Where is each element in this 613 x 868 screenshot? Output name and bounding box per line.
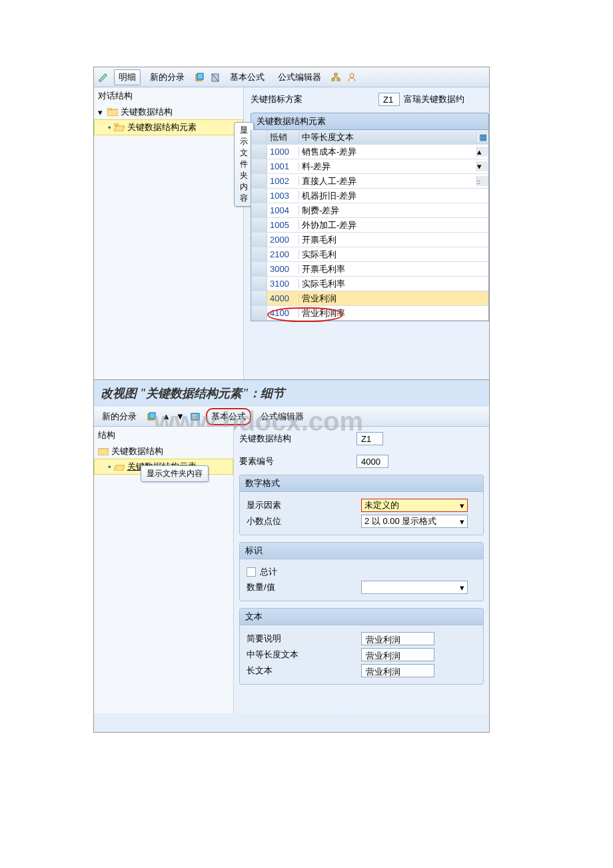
up-arrow-icon[interactable]: ▲ xyxy=(162,411,171,421)
config-icon[interactable]: ▦ xyxy=(476,132,488,142)
long-text-input[interactable]: 营业利润 xyxy=(361,664,434,677)
row-selector[interactable] xyxy=(251,174,267,188)
row-selector[interactable] xyxy=(251,247,267,261)
svg-rect-13 xyxy=(149,413,155,419)
group-header: 文本 xyxy=(240,609,483,625)
cell-text: 营业利润率 xyxy=(299,307,476,319)
copy-icon[interactable] xyxy=(146,411,157,422)
table-row[interactable]: 4100营业利润率 xyxy=(251,306,488,321)
down-arrow-icon[interactable]: ▼ xyxy=(176,411,185,421)
row-selector[interactable] xyxy=(251,262,267,276)
table-row[interactable]: 1003机器折旧-差异 xyxy=(251,189,488,203)
svg-marker-17 xyxy=(114,465,125,471)
nav-icon[interactable] xyxy=(190,411,201,422)
cell-code: 1004 xyxy=(267,205,299,215)
cell-code: 1005 xyxy=(267,220,299,230)
cell-text: 实际毛利率 xyxy=(299,278,476,290)
table-row[interactable]: 2100实际毛利 xyxy=(251,247,488,262)
svg-marker-10 xyxy=(114,126,125,131)
new-entry-button[interactable]: 新的分录 xyxy=(146,70,189,85)
scrollbar[interactable]: ▾ xyxy=(476,161,488,171)
cell-text: 开票毛利 xyxy=(299,234,476,246)
toolbar: 新的分录 ▲ ▼ 基本公式 公式编辑器 xyxy=(94,407,489,427)
cell-code: 1001 xyxy=(267,161,299,171)
row-selector[interactable] xyxy=(251,277,267,291)
formula-editor-button[interactable]: 公式编辑器 xyxy=(274,70,325,85)
table-row[interactable]: 3000开票毛利率 xyxy=(251,262,488,277)
tree-node-elements[interactable]: • 关键数据结构元素 xyxy=(94,119,243,135)
row-selector[interactable] xyxy=(251,145,267,159)
row-selector[interactable] xyxy=(251,306,267,320)
elements-table: 抵销 中等长度文本 ▦ 1000销售成本-差异▴1001料-差异▾1002直接人… xyxy=(251,130,489,321)
formula-editor-button[interactable]: 公式编辑器 xyxy=(257,409,308,424)
cell-code: 1002 xyxy=(267,176,299,186)
table-header: 抵销 中等长度文本 ▦ xyxy=(251,130,488,145)
short-text-input[interactable]: 营业利润 xyxy=(361,632,434,645)
screenshot-detail-view: www.bdocx.com 改视图 "关键数据结构元素"：细节 新的分录 ▲ ▼… xyxy=(93,379,490,733)
new-entry-button[interactable]: 新的分录 xyxy=(98,409,141,424)
delete-icon[interactable] xyxy=(210,71,221,83)
scrollbar[interactable]: ▴ xyxy=(476,147,488,157)
cell-text: 料-差异 xyxy=(299,161,476,173)
view-title: 改视图 "关键数据结构元素"：细节 xyxy=(94,380,489,407)
scheme-input[interactable]: Z1 xyxy=(378,93,400,106)
copy-icon[interactable] xyxy=(194,71,205,83)
table-row[interactable]: 1004制费-差异 xyxy=(251,203,488,218)
total-checkbox[interactable] xyxy=(247,567,256,577)
basic-formula-button[interactable]: 基本公式 xyxy=(226,70,269,85)
cell-code: 3000 xyxy=(267,264,299,274)
cell-text: 实际毛利 xyxy=(299,249,476,261)
chevron-down-icon: ▾ xyxy=(460,501,464,511)
detail-button[interactable]: 明细 xyxy=(114,69,141,85)
scrollbar[interactable]: :: xyxy=(476,176,488,186)
folder-icon xyxy=(98,447,109,455)
col-text[interactable]: 中等长度文本 xyxy=(299,131,476,143)
table-row[interactable]: 1001料-差异▾ xyxy=(251,159,488,174)
decimals-select[interactable]: 2 以 0.00 显示格式▾ xyxy=(361,515,468,528)
section-header: 关键数据结构元素 xyxy=(251,113,489,130)
row-selector[interactable] xyxy=(251,203,267,217)
person-icon[interactable] xyxy=(346,71,357,83)
tree-node-label: 关键数据结构元素 xyxy=(127,121,197,133)
pencil-icon[interactable] xyxy=(98,71,109,83)
struct-label: 关键数据结构 xyxy=(239,433,352,445)
svg-rect-4 xyxy=(334,73,337,75)
row-selector[interactable] xyxy=(251,233,267,247)
table-row[interactable]: 3100实际毛利率 xyxy=(251,277,488,291)
tree-title: 结构 xyxy=(94,427,233,444)
row-selector[interactable] xyxy=(251,159,267,173)
tree-node-label: 关键数据结构 xyxy=(121,106,173,118)
group-header: 标识 xyxy=(240,543,483,559)
table-row[interactable]: 1005外协加工-差异 xyxy=(251,218,488,233)
row-selector[interactable] xyxy=(251,291,267,305)
cell-text: 外协加工-差异 xyxy=(299,219,476,231)
hierarchy-icon[interactable] xyxy=(330,71,341,83)
scheme-label: 关键指标方案 xyxy=(251,93,324,105)
basic-formula-button[interactable]: 基本公式 xyxy=(206,408,251,425)
expand-arrow-icon[interactable]: ▾ xyxy=(98,107,105,117)
chevron-down-icon: ▾ xyxy=(460,517,464,527)
table-row[interactable]: 4000营业利润 xyxy=(251,291,488,306)
table-row[interactable]: 1000销售成本-差异▴ xyxy=(251,145,488,159)
medium-text-input[interactable]: 营业利润 xyxy=(361,648,434,661)
tree-title: 对话结构 xyxy=(94,87,243,105)
display-factor-select[interactable]: 未定义的▾ xyxy=(361,499,468,512)
screenshot-list-view: 明细 新的分录 基本公式 公式编辑器 对话结构 ▾ 关键数据结构 • 关键数据结… xyxy=(93,67,490,380)
row-selector[interactable] xyxy=(251,189,267,203)
cell-text: 制费-差异 xyxy=(299,205,476,217)
qty-select[interactable]: ▾ xyxy=(361,581,468,594)
group-text: 文本 简要说明 营业利润 中等长度文本 营业利润 长文本 xyxy=(239,608,484,685)
cell-text: 营业利润 xyxy=(299,293,476,305)
table-row[interactable]: 1002直接人工-差异:: xyxy=(251,174,488,189)
tree-node-structure[interactable]: ▾ 关键数据结构 xyxy=(94,105,243,119)
scheme-text: 富瑞关键数据约 xyxy=(404,93,464,105)
svg-rect-9 xyxy=(107,108,111,110)
col-code[interactable]: 抵销 xyxy=(267,131,299,143)
table-row[interactable]: 2000开票毛利 xyxy=(251,233,488,247)
tree-node-structure[interactable]: 关键数据结构 xyxy=(94,444,233,459)
cell-code: 1000 xyxy=(267,147,299,157)
row-selector[interactable] xyxy=(251,218,267,232)
qty-label: 数量/值 xyxy=(247,581,306,593)
struct-input[interactable]: Z1 xyxy=(356,432,383,445)
elem-input[interactable]: 4000 xyxy=(356,455,388,468)
